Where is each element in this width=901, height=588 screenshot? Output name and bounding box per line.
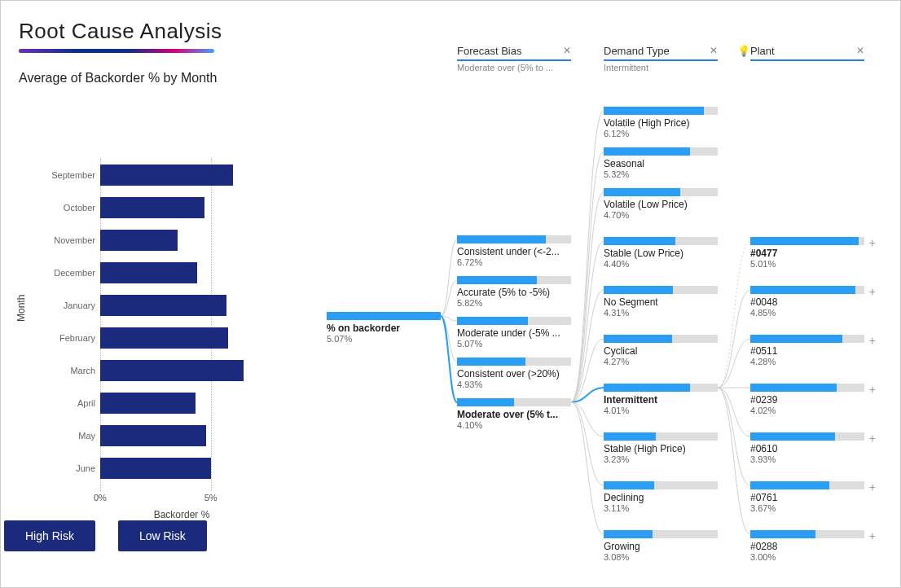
- high-risk-button[interactable]: High Risk: [4, 520, 95, 551]
- bar-row: October: [100, 191, 263, 224]
- node-bar: [604, 237, 718, 245]
- tree-node[interactable]: Stable (Low Price)4.40%: [604, 237, 718, 269]
- node-value: 4.85%: [750, 308, 864, 318]
- expand-icon[interactable]: +: [869, 285, 876, 298]
- node-label: Cyclical: [604, 345, 718, 357]
- close-icon[interactable]: ✕: [856, 45, 864, 56]
- tree-node[interactable]: No Segment4.31%: [604, 286, 718, 318]
- x-axis-label: Backorder %: [100, 509, 263, 520]
- node-label: Declining: [604, 492, 718, 503]
- tree-node[interactable]: #07613.67%+: [750, 481, 864, 513]
- node-bar: [457, 276, 571, 284]
- tree-node[interactable]: #05114.28%+: [750, 335, 864, 366]
- bar[interactable]: [100, 425, 206, 446]
- bar[interactable]: [100, 327, 228, 349]
- node-label: #0477: [750, 248, 864, 259]
- tree-node[interactable]: #06103.93%+: [750, 432, 864, 464]
- node-bar: [604, 107, 718, 115]
- node-label: Stable (High Price): [604, 443, 718, 454]
- node-value: 3.93%: [750, 454, 864, 464]
- bar[interactable]: [100, 295, 226, 316]
- tree-node[interactable]: Cyclical4.27%: [604, 335, 718, 366]
- bar[interactable]: [100, 165, 233, 186]
- title-underline: [19, 49, 214, 53]
- node-bar: [604, 530, 718, 538]
- tree-node[interactable]: Intermittent4.01%: [604, 384, 718, 415]
- expand-icon[interactable]: +: [869, 529, 876, 542]
- tree-node[interactable]: Stable (High Price)3.23%: [604, 432, 718, 464]
- bar-row: February: [100, 322, 263, 354]
- bar[interactable]: [100, 197, 204, 218]
- expand-icon[interactable]: +: [869, 432, 876, 445]
- column-header-pl[interactable]: 💡Plant✕: [750, 45, 864, 61]
- tree-node[interactable]: Volatile (High Price)6.12%: [604, 107, 718, 138]
- tree-node[interactable]: Seasonal5.32%: [604, 147, 718, 179]
- column-label: Demand Type: [604, 45, 670, 57]
- bar-row: May: [100, 419, 263, 452]
- bar-row: November: [100, 224, 263, 257]
- node-value: 5.32%: [604, 169, 718, 179]
- node-label: No Segment: [604, 296, 718, 308]
- close-icon[interactable]: ✕: [710, 45, 718, 56]
- node-value: 4.02%: [750, 406, 864, 415]
- node-bar: [457, 317, 571, 325]
- node-label: Stable (Low Price): [604, 248, 718, 259]
- bar[interactable]: [100, 458, 211, 479]
- expand-icon[interactable]: +: [869, 480, 876, 494]
- column-header-dt[interactable]: Demand Type✕: [604, 45, 718, 61]
- x-tick: 0%: [94, 493, 107, 502]
- bar[interactable]: [100, 360, 244, 381]
- y-axis-label: Month: [15, 295, 27, 322]
- chart-title: Average of Backorder % by Month: [19, 71, 292, 86]
- expand-icon[interactable]: +: [869, 383, 876, 396]
- bar-row: April: [100, 387, 263, 419]
- page-title: Root Cause Analysis: [19, 19, 292, 44]
- bar-label: September: [46, 170, 95, 180]
- node-bar: [457, 235, 571, 244]
- tree-node[interactable]: #00484.85%+: [750, 286, 864, 318]
- low-risk-button[interactable]: Low Risk: [118, 520, 207, 551]
- close-icon[interactable]: ✕: [563, 45, 571, 56]
- tree-node[interactable]: Moderate under (-5% ...5.07%: [457, 317, 571, 349]
- tree-node[interactable]: #04775.01%+: [750, 237, 864, 269]
- bar-label: October: [46, 203, 95, 213]
- node-value: 4.27%: [604, 357, 718, 366]
- node-bar: [604, 481, 718, 489]
- node-label: Volatile (High Price): [604, 117, 718, 129]
- bar-row: January: [100, 289, 263, 322]
- column-label: Plant: [750, 45, 775, 57]
- tree-node[interactable]: Accurate (5% to -5%)5.82%: [457, 276, 571, 308]
- bar-label: December: [46, 268, 95, 278]
- expand-icon[interactable]: +: [869, 334, 876, 347]
- lightbulb-icon: 💡: [737, 45, 750, 57]
- decomposition-tree[interactable]: Forecast Bias✕Moderate over (5% to ...De…: [327, 45, 881, 574]
- tree-node[interactable]: #02883.00%+: [750, 530, 864, 562]
- node-value: 5.82%: [457, 298, 571, 308]
- expand-icon[interactable]: +: [869, 236, 876, 249]
- node-value: 5.07%: [457, 339, 571, 349]
- bar[interactable]: [100, 393, 196, 414]
- bar[interactable]: [100, 230, 178, 251]
- tree-node[interactable]: Declining3.11%: [604, 481, 718, 513]
- node-value: 4.31%: [604, 308, 718, 318]
- node-label: Intermittent: [604, 394, 718, 406]
- node-label: #0511: [750, 345, 864, 357]
- column-label: Forecast Bias: [457, 45, 521, 57]
- tree-node[interactable]: Consistent over (>20%)4.93%: [457, 358, 571, 389]
- tree-node[interactable]: % on backorder5.07%: [327, 312, 441, 344]
- node-value: 4.93%: [457, 380, 571, 389]
- node-label: Accurate (5% to -5%): [457, 287, 571, 298]
- node-bar: [604, 384, 718, 392]
- tree-node[interactable]: Volatile (Low Price)4.70%: [604, 188, 718, 220]
- tree-node[interactable]: #02394.02%+: [750, 384, 864, 415]
- tree-node[interactable]: Consistent under (<-2...6.72%: [457, 235, 571, 267]
- tree-node[interactable]: Moderate over (5% t...4.10%: [457, 398, 571, 430]
- node-bar: [750, 384, 864, 392]
- bar-row: September: [100, 159, 263, 191]
- node-bar: [750, 432, 864, 441]
- node-value: 4.10%: [457, 420, 571, 430]
- bar[interactable]: [100, 262, 197, 283]
- tree-node[interactable]: Growing3.08%: [604, 530, 718, 562]
- column-header-fb[interactable]: Forecast Bias✕: [457, 45, 571, 61]
- node-bar: [604, 286, 718, 294]
